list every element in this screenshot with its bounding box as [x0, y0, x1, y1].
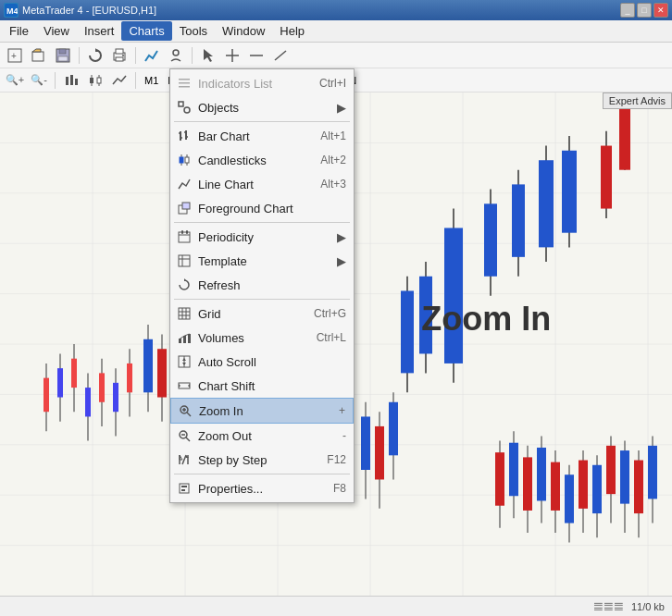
- cursor-button[interactable]: [197, 45, 219, 66]
- close-button[interactable]: ✕: [653, 3, 668, 18]
- menu-bar: File View Insert Charts Tools Window Hel…: [0, 20, 672, 43]
- svg-rect-166: [181, 489, 185, 491]
- auto-scroll-icon: [176, 353, 193, 370]
- status-info: 11/0 kb: [631, 601, 665, 612]
- menu-foreground-chart[interactable]: Foreground Chart: [170, 196, 354, 220]
- menu-refresh[interactable]: Refresh: [170, 273, 354, 297]
- menu-insert[interactable]: Insert: [77, 21, 122, 41]
- indicators-button[interactable]: [141, 45, 163, 66]
- menu-candlesticks[interactable]: Candlesticks Alt+2: [170, 148, 354, 172]
- save-button[interactable]: [52, 45, 74, 66]
- menu-charts[interactable]: Charts: [121, 21, 171, 41]
- expert-advisor-badge: Expert Advis: [603, 92, 672, 109]
- svg-point-116: [184, 107, 190, 113]
- experts-button[interactable]: [165, 45, 187, 66]
- window-controls: _ □ ✕: [620, 3, 668, 18]
- svg-line-157: [186, 437, 190, 441]
- menu-auto-scroll[interactable]: Auto Scroll: [170, 350, 354, 374]
- objects-label: Objects: [198, 101, 330, 115]
- menu-line-chart[interactable]: Line Chart Alt+3: [170, 172, 354, 196]
- menu-volumes[interactable]: Volumes Ctrl+L: [170, 326, 354, 350]
- svg-rect-7: [59, 49, 66, 54]
- svg-rect-57: [127, 363, 132, 392]
- menu-sep-4: [174, 474, 350, 474]
- refresh-button[interactable]: [84, 45, 106, 66]
- svg-rect-165: [181, 486, 187, 487]
- refresh-label: Refresh: [198, 278, 346, 292]
- svg-point-13: [122, 55, 124, 56]
- tf-m1[interactable]: M1: [141, 73, 162, 88]
- svg-rect-81: [419, 277, 432, 354]
- svg-rect-22: [75, 79, 78, 85]
- svg-text:M4: M4: [6, 6, 18, 16]
- menu-zoom-out[interactable]: Zoom Out -: [170, 424, 354, 448]
- line-chart-toolbar[interactable]: [108, 70, 131, 91]
- hline-button[interactable]: [245, 45, 268, 66]
- menu-sep-1: [174, 121, 350, 122]
- menu-grid[interactable]: Grid Ctrl+G: [170, 302, 354, 326]
- svg-rect-53: [99, 373, 105, 401]
- print-button[interactable]: [108, 45, 131, 66]
- svg-marker-148: [182, 363, 186, 365]
- trendline-button[interactable]: [269, 45, 292, 66]
- menu-tools[interactable]: Tools: [172, 21, 215, 41]
- maximize-button[interactable]: □: [637, 3, 652, 18]
- svg-rect-69: [539, 160, 554, 247]
- zoom-out-label: Zoom Out: [198, 429, 324, 443]
- svg-marker-5: [32, 49, 41, 52]
- menu-help[interactable]: Help: [272, 21, 312, 41]
- menu-view[interactable]: View: [36, 21, 77, 41]
- step-icon: [176, 451, 193, 468]
- svg-rect-71: [562, 151, 577, 233]
- bar-chart-toolbar[interactable]: [60, 70, 82, 91]
- properties-shortcut: F8: [333, 482, 346, 495]
- foreground-chart-icon: [176, 200, 193, 216]
- zoom-in-icon: [177, 402, 193, 419]
- charts-dropdown-menu: Indicators List Ctrl+I Objects ▶ Bar Cha…: [169, 68, 355, 503]
- menu-step-by-step[interactable]: Step by Step F12: [170, 448, 354, 472]
- bar-chart-label: Bar Chart: [198, 129, 302, 143]
- volumes-label: Volumes: [198, 331, 298, 345]
- svg-rect-59: [143, 339, 153, 393]
- auto-scroll-label: Auto Scroll: [198, 355, 346, 369]
- menu-objects[interactable]: Objects ▶: [170, 95, 354, 119]
- svg-rect-164: [180, 484, 189, 493]
- periodicity-label: Periodicity: [198, 230, 330, 244]
- indicators-list-icon: [176, 75, 193, 92]
- toolbar-separator-2: [135, 47, 136, 64]
- svg-rect-49: [71, 359, 77, 388]
- grid-shortcut: Ctrl+G: [314, 307, 346, 320]
- menu-sep-3: [174, 299, 350, 300]
- svg-rect-142: [179, 339, 181, 343]
- periodicity-icon: [176, 228, 193, 245]
- zoom-in-toolbar[interactable]: 🔍+: [4, 70, 26, 91]
- menu-window[interactable]: Window: [215, 21, 272, 41]
- svg-rect-137: [179, 308, 190, 319]
- svg-text:+: +: [11, 51, 17, 61]
- svg-marker-150: [179, 384, 180, 388]
- menu-template[interactable]: Template ▶: [170, 249, 354, 273]
- svg-marker-15: [204, 49, 213, 62]
- status-bar: 𝌆𝌆𝌆 11/0 kb: [0, 596, 672, 616]
- crosshair-button[interactable]: [221, 45, 243, 66]
- menu-file[interactable]: File: [2, 21, 36, 41]
- zoom-out-shortcut: -: [342, 429, 346, 442]
- svg-rect-73: [512, 184, 525, 256]
- line-chart-shortcut: Alt+3: [320, 178, 346, 191]
- zoom-out-toolbar[interactable]: 🔍-: [28, 70, 50, 91]
- menu-zoom-in[interactable]: Zoom In +: [170, 398, 354, 424]
- svg-rect-131: [181, 230, 183, 234]
- open-button[interactable]: [28, 45, 50, 66]
- line-chart-label: Line Chart: [198, 178, 302, 191]
- candle-toolbar[interactable]: [84, 70, 106, 91]
- menu-chart-shift[interactable]: Chart Shift: [170, 374, 354, 398]
- menu-periodicity[interactable]: Periodicity ▶: [170, 225, 354, 249]
- menu-indicators-list[interactable]: Indicators List Ctrl+I: [170, 71, 354, 95]
- minimize-button[interactable]: _: [620, 3, 635, 18]
- svg-rect-112: [179, 79, 190, 80]
- menu-properties[interactable]: Properties... F8: [170, 476, 354, 500]
- menu-bar-chart[interactable]: Bar Chart Alt+1: [170, 124, 354, 148]
- svg-line-19: [275, 51, 286, 60]
- new-chart-button[interactable]: +: [4, 45, 26, 66]
- svg-point-14: [173, 50, 179, 55]
